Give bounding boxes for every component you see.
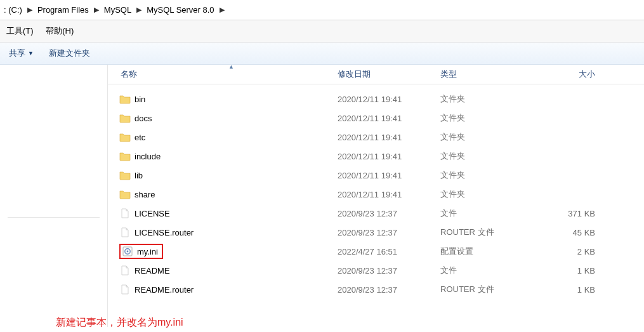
file-type-cell: ROUTER 文件: [440, 227, 539, 238]
file-name-label: etc: [135, 133, 145, 142]
file-name-cell: LICENSE: [108, 208, 338, 219]
file-size-cell: 2 KB: [539, 247, 614, 256]
file-row[interactable]: include2020/12/11 19:41文件夹: [108, 147, 644, 166]
folder-icon: [119, 131, 131, 143]
file-name-label: lib: [135, 171, 143, 180]
file-name-cell: LICENSE.router: [108, 227, 338, 238]
file-size-cell: 45 KB: [539, 228, 614, 237]
file-type-cell: 文件夹: [440, 150, 539, 162]
file-row[interactable]: etc2020/12/11 19:41文件夹: [108, 128, 644, 147]
column-date[interactable]: 修改日期: [338, 69, 440, 80]
file-name-cell: README.router: [108, 284, 338, 295]
chevron-right-icon[interactable]: ▶: [134, 6, 144, 14]
share-label: 共享: [9, 48, 25, 59]
file-row[interactable]: share2020/12/11 19:41文件夹: [108, 185, 644, 204]
file-type-cell: ROUTER 文件: [440, 284, 539, 295]
file-name-label: docs: [135, 114, 152, 123]
file-size-cell: 1 KB: [539, 285, 614, 295]
svg-point-2: [127, 251, 129, 253]
breadcrumb-item-drive[interactable]: : (C:): [1, 4, 25, 16]
file-name-label: LICENSE.router: [135, 228, 194, 237]
chevron-right-icon[interactable]: ▶: [25, 6, 35, 14]
column-headers: ▲ 名称 修改日期 类型 大小: [108, 65, 644, 84]
breadcrumb: : (C:) ▶ Program Files ▶ MySQL ▶ MySQL S…: [0, 0, 644, 20]
chevron-down-icon: ▼: [28, 50, 34, 56]
file-type-cell: 文件: [440, 208, 539, 219]
file-date-cell: 2020/9/23 12:37: [338, 209, 440, 218]
file-name-cell: README: [108, 265, 338, 276]
file-name-label: bin: [135, 95, 145, 104]
file-name-label: README.router: [135, 285, 194, 295]
file-name-label: LICENSE: [135, 209, 170, 218]
annotation-text: 新建记事本，并改名为my.ini: [56, 316, 183, 329]
file-rows-container: bin2020/12/11 19:41文件夹docs2020/12/11 19:…: [108, 84, 644, 299]
file-type-cell: 文件夹: [440, 131, 539, 143]
breadcrumb-item-mysql-server[interactable]: MySQL Server 8.0: [144, 4, 216, 16]
file-row[interactable]: LICENSE2020/9/23 12:37文件371 KB: [108, 204, 644, 223]
breadcrumb-item-mysql[interactable]: MySQL: [102, 4, 134, 16]
file-date-cell: 2020/12/11 19:41: [338, 133, 440, 142]
column-name[interactable]: 名称: [108, 69, 338, 80]
file-name-cell: etc: [108, 131, 338, 143]
menu-bar: 工具(T) 帮助(H): [0, 20, 644, 43]
column-type[interactable]: 类型: [440, 69, 539, 80]
file-date-cell: 2022/4/27 16:51: [338, 247, 440, 256]
file-type-cell: 文件夹: [440, 93, 539, 105]
file-name-cell: lib: [108, 169, 338, 181]
file-date-cell: 2020/12/11 19:41: [338, 171, 440, 180]
file-date-cell: 2020/12/11 19:41: [338, 95, 440, 104]
folder-icon: [119, 150, 131, 162]
file-row[interactable]: my.ini2022/4/27 16:51配置设置2 KB: [108, 242, 644, 261]
menu-tools[interactable]: 工具(T): [1, 24, 39, 38]
new-folder-button[interactable]: 新建文件夹: [49, 48, 90, 59]
file-row[interactable]: docs2020/12/11 19:41文件夹: [108, 109, 644, 128]
file-name-cell: my.ini: [108, 244, 338, 259]
folder-icon: [119, 189, 131, 200]
highlight-box: my.ini: [119, 244, 163, 259]
file-name-label: README: [135, 266, 170, 276]
divider: [8, 217, 100, 218]
file-date-cell: 2020/12/11 19:41: [338, 190, 440, 199]
file-type-cell: 配置设置: [440, 246, 539, 257]
file-type-cell: 文件: [440, 265, 539, 276]
file-date-cell: 2020/12/11 19:41: [338, 152, 440, 161]
content-area: ▲ 名称 修改日期 类型 大小 bin2020/12/11 19:41文件夹do…: [0, 65, 644, 327]
file-name-cell: share: [108, 189, 338, 200]
file-row[interactable]: README.router2020/9/23 12:37ROUTER 文件1 K…: [108, 280, 644, 299]
file-name-label: my.ini: [137, 247, 158, 256]
file-name-label: include: [135, 152, 161, 161]
folder-icon: [119, 93, 131, 105]
breadcrumb-item-program-files[interactable]: Program Files: [35, 4, 91, 16]
file-icon: [119, 227, 131, 238]
file-type-cell: 文件夹: [440, 189, 539, 200]
file-date-cell: 2020/9/23 12:37: [338, 285, 440, 295]
column-size[interactable]: 大小: [539, 69, 614, 80]
folder-icon: [119, 169, 131, 181]
file-row[interactable]: lib2020/12/11 19:41文件夹: [108, 166, 644, 185]
toolbar: 共享 ▼ 新建文件夹: [0, 43, 644, 65]
file-date-cell: 2020/12/11 19:41: [338, 114, 440, 123]
chevron-right-icon[interactable]: ▶: [91, 6, 102, 14]
file-name-cell: docs: [108, 112, 338, 124]
file-row[interactable]: bin2020/12/11 19:41文件夹: [108, 90, 644, 109]
file-row[interactable]: LICENSE.router2020/9/23 12:37ROUTER 文件45…: [108, 223, 644, 242]
file-type-cell: 文件夹: [440, 169, 539, 181]
file-list: ▲ 名称 修改日期 类型 大小 bin2020/12/11 19:41文件夹do…: [108, 65, 644, 327]
file-type-cell: 文件夹: [440, 112, 539, 124]
file-name-cell: bin: [108, 93, 338, 105]
file-name-label: share: [135, 190, 155, 199]
file-name-cell: include: [108, 150, 338, 162]
file-date-cell: 2020/9/23 12:37: [338, 266, 440, 276]
config-file-icon: [122, 246, 133, 257]
file-icon: [119, 284, 131, 295]
file-size-cell: 1 KB: [539, 266, 614, 276]
file-size-cell: 371 KB: [539, 209, 614, 218]
file-icon: [119, 208, 131, 219]
share-button[interactable]: 共享 ▼: [9, 48, 34, 59]
file-date-cell: 2020/9/23 12:37: [338, 228, 440, 237]
navigation-pane[interactable]: [0, 65, 108, 327]
file-icon: [119, 265, 131, 276]
chevron-right-icon[interactable]: ▶: [217, 6, 227, 14]
menu-help[interactable]: 帮助(H): [41, 24, 79, 38]
file-row[interactable]: README2020/9/23 12:37文件1 KB: [108, 261, 644, 280]
